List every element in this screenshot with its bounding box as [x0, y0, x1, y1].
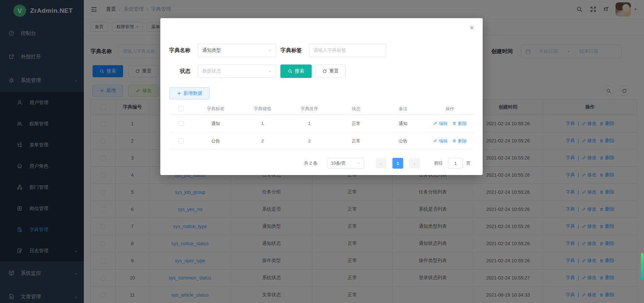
select-all-checkbox[interactable] — [169, 103, 192, 115]
dict-data-table: 字典标签 字典键值 字典排序 状态 备注 操作 通知11正常通知 编辑 删除公告… — [169, 103, 473, 150]
header-dict-value: 字典键值 — [239, 103, 286, 115]
table-body: 通知11正常通知 编辑 删除公告22正常公告 编辑 删除 — [169, 115, 473, 150]
cell-dict-value: 1 — [239, 115, 286, 132]
dict-name-select[interactable]: 通知类型 — [198, 44, 276, 57]
row-delete-link[interactable]: 删除 — [452, 138, 467, 144]
page-1-button[interactable]: 1 — [392, 158, 403, 169]
table-header-row: 字典标签 字典键值 字典排序 状态 备注 操作 — [169, 103, 473, 115]
refresh-icon — [322, 69, 327, 74]
cell-dict-sort: 2 — [286, 132, 333, 149]
cell-dict-sort: 1 — [286, 115, 333, 132]
cell-operation: 编辑 删除 — [426, 115, 473, 132]
pagination-total: 共 2 条 — [304, 158, 317, 169]
table-row: 通知11正常通知 编辑 删除 — [169, 115, 473, 132]
chevron-down-icon — [268, 48, 272, 52]
cell-remark: 通知 — [380, 115, 427, 132]
cell-dict-value: 2 — [239, 132, 286, 149]
chevron-down-icon — [268, 69, 272, 73]
cell-dict-label: 通知 — [192, 115, 239, 132]
row-edit-link[interactable]: 编辑 — [433, 138, 447, 144]
dict-data-dialog: × 字典名称 通知类型 字典标签 请输入字典标签 状态 数据状态 搜索 — [160, 18, 483, 175]
plus-icon — [177, 91, 181, 96]
modal-search-button[interactable]: 搜索 — [280, 64, 312, 78]
cell-remark: 公告 — [380, 132, 427, 149]
page-unit-label: 页 — [466, 158, 471, 169]
header-dict-sort: 字典排序 — [286, 103, 333, 115]
row-checkbox[interactable] — [169, 132, 192, 149]
status-select[interactable]: 数据状态 — [198, 64, 276, 78]
add-data-button[interactable]: 新增数据 — [169, 87, 210, 99]
dict-name-label: 字典名称 — [160, 44, 195, 57]
goto-page-label: 前往 — [434, 158, 443, 169]
search-icon — [288, 69, 292, 74]
row-checkbox[interactable] — [169, 115, 192, 132]
modal-reset-button[interactable]: 重置 — [316, 64, 345, 78]
close-icon[interactable]: × — [470, 24, 474, 32]
dict-label-label: 字典标签 — [280, 44, 302, 57]
cell-status: 正常 — [333, 115, 380, 132]
cell-dict-label: 公告 — [192, 132, 239, 149]
table-row: 公告22正常公告 编辑 删除 — [169, 132, 473, 150]
header-operation: 操作 — [426, 103, 473, 115]
chevron-down-icon — [357, 161, 361, 165]
next-page-button[interactable]: › — [409, 158, 420, 169]
header-remark: 备注 — [380, 103, 427, 115]
row-edit-link[interactable]: 编辑 — [433, 121, 447, 127]
scrollbar-thumb[interactable] — [641, 253, 644, 280]
cell-status: 正常 — [333, 132, 380, 149]
status-label: 状态 — [160, 64, 195, 78]
dict-label-input[interactable]: 请输入字典标签 — [309, 44, 386, 57]
goto-page-input[interactable]: 1 — [448, 158, 463, 169]
header-status: 状态 — [333, 103, 380, 115]
cell-operation: 编辑 删除 — [426, 132, 473, 149]
header-dict-label: 字典标签 — [192, 103, 239, 115]
prev-page-button[interactable]: ‹ — [376, 158, 386, 169]
page-size-select[interactable]: 10条/页 — [327, 158, 364, 169]
app-root: V ZrAdmin.NET 控制台 外部打开 系统管理 — [0, 0, 644, 303]
row-delete-link[interactable]: 删除 — [452, 121, 467, 127]
